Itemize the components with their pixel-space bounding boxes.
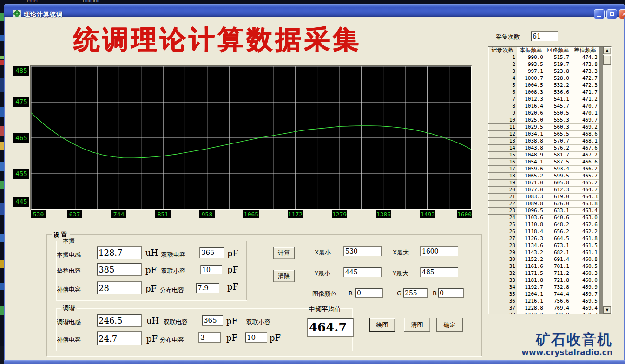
table-row[interactable]: 321171.5711.2460.3 — [488, 270, 611, 277]
if-average-value[interactable] — [307, 318, 354, 337]
table-row[interactable]: 191071.0605.8465.2 — [488, 180, 611, 187]
title-bar[interactable]: 理论计算统调 ✕ — [4, 4, 625, 17]
minimize-icon — [597, 16, 601, 17]
tune-inductance-unit: uH — [146, 316, 159, 325]
tune-stray-input[interactable] — [198, 332, 221, 343]
table-row[interactable]: 341192.7732.8459.9 — [488, 284, 611, 291]
table-row[interactable]: 251110.8648.2462.6 — [488, 221, 611, 228]
table-row[interactable]: 361216.1756.6459.5 — [488, 298, 611, 305]
table-row[interactable]: 3997.1523.8473.3 — [488, 68, 611, 75]
record-index-cell: 21 — [488, 194, 517, 201]
table-row[interactable]: 311161.6701.1460.5 — [488, 263, 611, 270]
table-row[interactable]: 2993.5519.7473.8 — [488, 61, 611, 68]
scrollbar-thumb[interactable] — [603, 55, 611, 65]
table-row[interactable]: 101025.0555.3469.7 — [488, 117, 611, 124]
table-row[interactable]: 221089.8626.0463.8 — [488, 201, 611, 208]
osc-gang-small-unit: pF — [227, 265, 238, 274]
scroll-up-button[interactable]: ▲ — [603, 47, 611, 54]
maximize-button[interactable] — [606, 9, 617, 19]
table-row[interactable]: 271126.3664.5461.8 — [488, 235, 611, 242]
value-cell: 1020.6 — [517, 110, 545, 117]
record-index-cell: 33 — [488, 277, 517, 284]
table-row[interactable]: 171059.6593.4466.2 — [488, 166, 611, 173]
column-header[interactable]: 记录次数 — [488, 47, 517, 54]
table-row[interactable]: 61008.3536.6471.7 — [488, 89, 611, 96]
collect-count-input[interactable] — [531, 31, 558, 41]
table-row[interactable]: 41000.7528.0472.7 — [488, 75, 611, 82]
table-row[interactable]: 141043.8576.2467.6 — [488, 145, 611, 152]
app-icon — [13, 10, 21, 18]
value-cell: 997.1 — [517, 68, 545, 75]
osc-gang-small-input[interactable] — [200, 265, 222, 274]
record-index-cell: 3 — [488, 68, 517, 75]
column-header[interactable]: 回路频率 — [545, 47, 571, 54]
value-cell: 1089.8 — [517, 201, 545, 208]
tune-comp-input[interactable] — [97, 332, 142, 345]
table-row[interactable]: 111029.5560.3469.2 — [488, 124, 611, 131]
g-input[interactable] — [403, 288, 428, 298]
desktop-icon-label-fragment: coolproc — [83, 0, 100, 3]
data-table[interactable]: 记录次数 本振频率 回路频率 差值频率 1990.0515.7474.32993… — [488, 46, 612, 314]
osc-stray-input[interactable] — [196, 283, 219, 293]
table-row[interactable]: 301152.2691.4460.8 — [488, 256, 611, 263]
table-row[interactable]: 151048.9581.7467.2 — [488, 152, 611, 159]
tune-inductance-input[interactable] — [97, 314, 142, 327]
value-cell: 673.1 — [545, 242, 571, 249]
osc-comp-input[interactable] — [97, 281, 142, 294]
table-row[interactable]: 291143.2682.1461.1 — [488, 249, 611, 256]
table-row[interactable]: 161054.1587.5466.6 — [488, 159, 611, 166]
table-row[interactable]: 211083.3619.0464.3 — [488, 194, 611, 201]
table-row[interactable]: 91020.6550.5470.1 — [488, 110, 611, 117]
table-row[interactable]: 131038.8570.7468.1 — [488, 138, 611, 145]
table-row[interactable]: 281134.6673.1461.5 — [488, 242, 611, 249]
table-row[interactable]: 241103.6640.6463.0 — [488, 214, 611, 221]
table-row[interactable]: 331181.8721.8460.0 — [488, 277, 611, 284]
record-index-cell: 23 — [488, 208, 517, 214]
table-row[interactable]: 81016.4545.7470.7 — [488, 103, 611, 110]
table-row[interactable]: 181065.2599.5465.7 — [488, 173, 611, 180]
osc-inductance-input[interactable] — [97, 246, 142, 259]
r-input[interactable] — [355, 288, 383, 298]
ymax-input[interactable] — [420, 267, 458, 277]
tune-inductance-label: 调谐电感 — [57, 318, 81, 326]
clear-plot-button[interactable]: 清图 — [404, 318, 430, 332]
scroll-down-button[interactable]: ▼ — [603, 306, 611, 314]
table-row[interactable]: 51004.5532.2472.3 — [488, 82, 611, 89]
value-cell: 472.3 — [571, 82, 599, 89]
ymin-input[interactable] — [343, 267, 382, 277]
table-row[interactable]: 201077.0612.3464.7 — [488, 187, 611, 194]
table-row[interactable]: 371228.8769.4459.4 — [488, 305, 611, 312]
column-header[interactable]: 差值频率 — [571, 47, 599, 54]
table-row[interactable]: 351204.1744.4459.7 — [488, 291, 611, 298]
xmax-input[interactable] — [420, 246, 458, 256]
tune-gang-input[interactable] — [202, 315, 223, 326]
osc-gang-input[interactable] — [199, 247, 224, 258]
table-row[interactable]: 121034.1565.5468.6 — [488, 131, 611, 138]
record-index-cell: 10 — [488, 117, 517, 124]
value-cell: 1192.7 — [517, 284, 545, 291]
value-cell: 459.7 — [571, 291, 599, 298]
draw-button[interactable]: 绘图 — [369, 318, 395, 332]
window-border-bottom — [4, 360, 625, 364]
table-row[interactable]: 381242.2782.8459.3 — [488, 312, 611, 314]
column-header[interactable]: 本振频率 — [517, 47, 545, 54]
xmin-input[interactable] — [343, 246, 382, 256]
b-input[interactable] — [438, 288, 464, 298]
arrow-up-icon: ▲ — [605, 48, 608, 52]
table-scrollbar[interactable]: ▲ ▼ — [603, 47, 611, 314]
osc-pad-input[interactable] — [97, 263, 142, 276]
clear-button[interactable]: 清除 — [273, 270, 295, 282]
tune-gang-small-input[interactable] — [245, 332, 267, 343]
ok-button[interactable]: 确定 — [436, 318, 463, 332]
table-row[interactable]: 261118.4656.2462.2 — [488, 228, 611, 235]
minimize-button[interactable] — [594, 9, 605, 19]
value-cell: 1025.0 — [517, 117, 545, 124]
value-cell: 470.1 — [571, 110, 599, 117]
calculate-button[interactable]: 计算 — [273, 247, 295, 259]
y-tick-label: 485 — [13, 66, 29, 76]
table-row[interactable]: 231096.5633.1463.4 — [488, 208, 611, 214]
table-row[interactable]: 71012.3541.1471.2 — [488, 96, 611, 103]
table-row[interactable]: 1990.0515.7474.3 — [488, 54, 611, 61]
value-cell: 1008.3 — [517, 89, 545, 96]
value-cell: 721.8 — [545, 277, 571, 284]
